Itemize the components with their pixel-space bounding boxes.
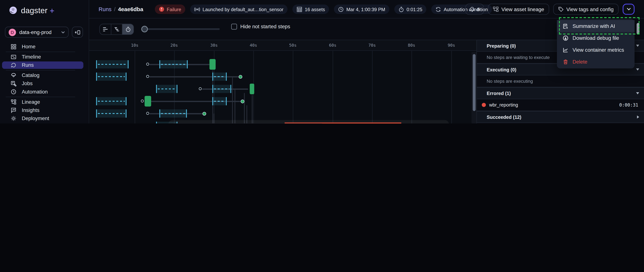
collapse-sidebar-button[interactable]: [72, 27, 83, 38]
step-bar-selected[interactable]: [96, 60, 128, 68]
step-search-input[interactable]: Search and filter steps: [170, 123, 325, 124]
gantt-scrollbar[interactable]: [472, 52, 476, 124]
sidebar-item-timeline[interactable]: Timeline: [0, 53, 89, 61]
step-bar-selected[interactable]: [212, 97, 227, 105]
menu-item-summarize-with-ai[interactable]: Summarize with AI: [557, 20, 635, 32]
run-badges: FailureLaunched by default_aut…tion_sens…: [155, 0, 492, 18]
status-section-header-succeeded[interactable]: Succeeded (12): [477, 111, 644, 123]
sidebar-item-automation[interactable]: Automation: [0, 88, 89, 96]
errored-step-row[interactable]: wbr_reporting 0:00:31: [477, 99, 644, 111]
breadcrumb-runs-link[interactable]: Runs: [98, 6, 112, 12]
sidebar-item-label: Lineage: [22, 99, 40, 105]
automation-icon: [10, 89, 16, 95]
run-badge-mar-4-1-00-39-pm[interactable]: Mar 4, 1:00:39 PM: [334, 4, 390, 14]
brand-plus: +: [50, 6, 54, 15]
step-bar-selected[interactable]: [96, 109, 126, 118]
trash-icon: [562, 59, 568, 65]
view-asset-lineage-button[interactable]: View asset lineage: [488, 4, 549, 15]
gantt-time-axis: 10s20s30s40s50s60s70s80s90s: [89, 40, 476, 51]
duration-view-button[interactable]: [122, 24, 134, 34]
run-badge-16-assets[interactable]: 16 assets: [292, 4, 329, 14]
insights-icon: [10, 107, 16, 113]
step-bar-selected[interactable]: [159, 60, 188, 68]
run-actions-menu-button[interactable]: [622, 4, 634, 15]
chevron-down-icon: [636, 68, 640, 71]
step-duration: 0:00:31: [619, 102, 638, 108]
section-title: Errored (1): [487, 91, 636, 96]
menu-item-download-debug-file[interactable]: Download debug file: [557, 32, 635, 44]
axis-tick-label: 20s: [170, 43, 178, 47]
topbar-actions: 0 View asset lineage View tags and confi…: [465, 4, 634, 15]
sidebar-item-home[interactable]: Home: [0, 43, 89, 51]
step-marker-dot: [199, 87, 202, 90]
step-bar-selected[interactable]: [96, 73, 126, 81]
sidebar-item-deployment[interactable]: Deployment: [0, 114, 89, 123]
gridline: [293, 51, 293, 124]
summarize-icon: [562, 23, 568, 29]
run-id: 4eae6dba: [118, 6, 143, 12]
panel-scrollbar-thumb[interactable]: [636, 23, 639, 34]
runs-icon: [10, 62, 16, 68]
dependency-line: [252, 95, 252, 124]
sidebar-item-lineage[interactable]: Lineage: [0, 98, 89, 106]
sidebar-item-label: Timeline: [22, 54, 41, 60]
breadcrumb-separator: /: [114, 6, 116, 12]
status-section-header-errored[interactable]: Errored (1): [477, 87, 644, 99]
waterfall-view-button[interactable]: [111, 24, 122, 34]
run-badge-0-01-25[interactable]: 0:01:25: [394, 4, 426, 14]
step-bar-succeeded[interactable]: [210, 59, 216, 70]
bell-icon: [470, 6, 475, 12]
tag-icon: [558, 6, 564, 12]
step-bar-succeeded[interactable]: [250, 84, 254, 94]
gantt-chart[interactable]: Hide unselected steps Search and filter …: [89, 51, 476, 124]
axis-tick-label: 50s: [289, 43, 297, 47]
dependency-line: [232, 77, 232, 124]
menu-item-label: Delete: [572, 59, 587, 65]
chevron-down-icon: [61, 31, 65, 33]
menu-item-view-container-metrics[interactable]: View container metrics: [557, 44, 635, 56]
metrics-icon: [562, 47, 568, 53]
home-icon: [10, 44, 16, 50]
lineage-icon: [493, 6, 499, 12]
step-bar-selected[interactable]: [212, 73, 227, 81]
run-badge-launched-by-default-aut-[interactable]: Launched by default_aut…tion_sensor: [190, 4, 288, 14]
dependency-line: [244, 93, 244, 124]
step-bar-succeeded[interactable]: [144, 96, 151, 107]
timeline-icon: [10, 54, 16, 60]
step-bar-selected[interactable]: [156, 85, 178, 93]
axis-tick-label: 60s: [329, 43, 336, 47]
topbar: Runs / 4eae6dba FailureLaunched by defau…: [89, 0, 644, 18]
sidebar-item-runs[interactable]: Runs: [2, 62, 83, 69]
sidebar-item-connections[interactable]: Connections: [0, 123, 89, 124]
checkbox-icon[interactable]: [231, 24, 237, 29]
view-tags-config-button[interactable]: View tags and config: [553, 4, 619, 15]
assets-icon: [297, 6, 302, 12]
gantt-zoom-slider[interactable]: [144, 28, 220, 30]
view-tags-config-label: View tags and config: [566, 6, 614, 12]
sidebar-item-label: Insights: [22, 107, 40, 113]
sidebar-divider: [0, 69, 89, 71]
axis-tick-label: 40s: [250, 43, 257, 47]
step-bar-selected[interactable]: [212, 85, 231, 93]
gantt-view-mode-toggle: [99, 24, 134, 35]
deployment-selector[interactable]: D data-eng-prod: [5, 27, 68, 38]
catalog-icon: [10, 73, 16, 78]
gantt-zoom-slider-knob[interactable]: [141, 26, 148, 32]
sidebar-item-jobs[interactable]: Jobs: [0, 80, 89, 88]
sidebar-item-insights[interactable]: Insights: [0, 106, 89, 114]
menu-item-delete[interactable]: Delete: [557, 56, 635, 68]
step-bar-selected[interactable]: [96, 97, 126, 105]
step-name: wbr_reporting: [489, 103, 619, 107]
error-icon: [159, 6, 164, 12]
flat-view-button[interactable]: [100, 24, 111, 34]
sidebar-divider: [0, 51, 89, 53]
run-badge-failure[interactable]: Failure: [155, 4, 185, 14]
notification-count: 0: [477, 6, 480, 12]
dagster-octopus-icon: [8, 6, 18, 16]
notifications-button[interactable]: 0: [465, 4, 484, 15]
gridline: [451, 51, 452, 124]
sidebar-item-catalog[interactable]: Catalog: [0, 71, 89, 80]
hide-not-started-checkbox[interactable]: Hide not started steps: [231, 24, 290, 29]
step-bar-selected[interactable]: [159, 109, 187, 118]
run-actions-menu: Summarize with AIDownload debug fileView…: [557, 19, 635, 68]
